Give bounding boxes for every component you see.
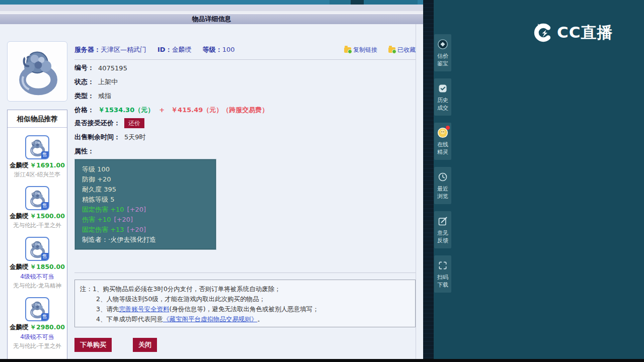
similar-item-tag: 4级锐不可当 [8, 333, 67, 341]
divider-strip [423, 0, 434, 359]
similar-item-server: 浙江4区-绍兴兰亭 [8, 171, 67, 178]
for-sale-badge: 售 [41, 202, 48, 209]
similar-item-1[interactable]: 售 金麟绶￥1691.00 浙江4区-绍兴兰亭 [8, 135, 67, 178]
server-label: 服务器： [74, 46, 101, 53]
top-bar-notch [351, 0, 364, 5]
similar-item-server: 无与伦比-千里之外 [8, 342, 67, 350]
feedback-pencil-icon [437, 216, 448, 227]
similar-item-icon: 售 [25, 186, 49, 210]
similar-item-icon: 售 [25, 135, 49, 159]
server-value: 天津区—精武门 [101, 46, 146, 53]
notification-dot [446, 126, 450, 130]
attr-durability: 耐久度 395 [82, 185, 209, 195]
row-item-status: 状态：上架中 [74, 76, 118, 87]
for-sale-badge: 售 [41, 313, 48, 320]
attr-refine: 精炼等级 5 [82, 195, 209, 205]
bottom-black-bar [0, 359, 644, 362]
close-button[interactable]: 关闭 [133, 338, 157, 352]
side-button-history[interactable]: 历史 成交 [434, 78, 451, 116]
attr-level: 等级 100 [82, 164, 209, 174]
item-image [7, 41, 67, 102]
id-label: ID： [157, 46, 172, 53]
similar-item-2[interactable]: 售 金麟绶￥1500.00 无与伦比-千里之外 [8, 186, 67, 229]
side-nav: 估价 鉴宝 历史 成交 在线 精灵 最近 浏览 [434, 34, 451, 300]
online-sprite-avatar [437, 127, 448, 138]
side-button-recent[interactable]: 最近 浏览 [434, 167, 451, 204]
id-value: 金麟绶 [172, 46, 192, 53]
similar-item-tag: 4级锐不可当 [8, 273, 67, 281]
server-row: 服务器：天津区—精武门 ID：金麟绶 等级：100 复制链接 已收藏 [74, 45, 416, 54]
note-line-3: 3、请先完善账号安全资料(身份信息等)，避免无法取出角色或被别人恶意填写； [80, 304, 410, 314]
top-bar-segment [330, 0, 418, 5]
attr-maker: 制造者：·火伊去强化打造 [82, 235, 209, 245]
item-detail-window: 物品详细信息 服务器：天津区—精武门 ID：金麟绶 等级：100 复制链接 已收… [0, 0, 423, 359]
browser-top-bar [0, 0, 423, 5]
note-line-4: 4、下单成功即代表同意《藏宝阁平台虚拟物品交易规则》。 [80, 314, 410, 324]
attr-bonus-3: 固定伤害 +13[+20] [82, 225, 209, 235]
note-line-2: 2、人物等级达到50级，才能在游戏内取出此次购买的物品； [80, 294, 410, 304]
separator [74, 59, 416, 60]
row-item-price: 价格： ￥1534.30（元） + ￥415.49（元）（跨服交易费） [74, 105, 268, 116]
account-security-link[interactable]: 完善账号安全资料 [119, 305, 169, 313]
stream-overlay-panel: CC直播 估价 鉴宝 历史 成交 在线 精灵 [423, 0, 644, 359]
cc-mascot-icon [533, 23, 554, 43]
appraise-icon [437, 39, 448, 50]
window-body: 服务器：天津区—精武门 ID：金麟绶 等级：100 复制链接 已收藏 编号：40… [0, 24, 423, 359]
item-status: 上架中 [98, 77, 118, 86]
side-button-online-sprite[interactable]: 在线 精灵 [434, 123, 451, 160]
notes-box: 注：1、购买物品后必须在3时0分内支付，否则订单将被系统自动废除； 2、人物等级… [74, 280, 416, 327]
row-item-number: 编号：4075195 [74, 62, 127, 73]
level-label: 等级： [203, 46, 222, 53]
favorite-button[interactable]: 已收藏 [388, 46, 416, 54]
page-title: 物品详细信息 [192, 15, 231, 23]
item-attributes-box: 等级 100 防御 +20 耐久度 395 精炼等级 5 固定伤害 +10[+2… [74, 159, 216, 250]
history-deals-icon [437, 83, 448, 94]
remaining-time: 5天9时 [124, 133, 146, 142]
scan-qr-icon [437, 260, 448, 271]
row-item-type: 类型：戒指 [74, 90, 111, 102]
favorite-icon [388, 47, 395, 53]
item-type: 戒指 [98, 92, 111, 101]
action-buttons: 下单购买 关闭 [74, 338, 157, 352]
attr-defense: 防御 +20 [82, 174, 209, 185]
attr-bonus-2: 伤害 +10[+20] [82, 215, 209, 225]
side-button-appraise[interactable]: 估价 鉴宝 [434, 34, 451, 71]
similar-item-server: 无与伦比-千里之外 [8, 222, 67, 229]
cc-live-logo: CC直播 [533, 22, 613, 43]
similar-item-3[interactable]: 售 金麟绶￥1850.00 4级锐不可当 无与伦比-龙马精神 [8, 237, 67, 290]
side-button-feedback[interactable]: 意见 反馈 [434, 211, 451, 248]
ring-image [11, 45, 63, 98]
similar-items-title: 相似物品推荐 [8, 110, 67, 128]
side-button-scan-download[interactable]: 扫码 下载 [434, 255, 451, 293]
similar-item-4[interactable]: 售 金麟绶￥2980.00 4级锐不可当 无与伦比-千里之外 [8, 297, 67, 350]
attr-bonus-1: 固定伤害 +10[+20] [82, 205, 209, 215]
price-main: ￥1534.30（元） [98, 106, 154, 115]
trade-rules-link[interactable]: 《藏宝阁平台虚拟物品交易规则》 [163, 315, 258, 323]
copy-link-icon [344, 47, 351, 53]
similar-item-server: 无与伦比-龙马精神 [8, 282, 67, 290]
separator [74, 273, 416, 273]
level-value: 100 [222, 46, 235, 53]
for-sale-badge: 售 [41, 151, 48, 158]
content-right-edge [416, 24, 416, 359]
recent-views-clock-icon [437, 171, 448, 183]
for-sale-badge: 售 [41, 253, 48, 260]
window-chrome-strip [0, 5, 423, 11]
row-bargain: 是否接受还价： 还价 [74, 118, 144, 129]
copy-link-button[interactable]: 复制链接 [344, 46, 377, 54]
row-attributes-label: 属性： [74, 146, 98, 157]
similar-item-icon: 售 [25, 297, 49, 321]
row-remaining-time: 出售剩余时间：5天9时 [74, 132, 146, 143]
similar-item-icon: 售 [25, 237, 49, 261]
note-line-1: 注：1、购买物品后必须在3时0分内支付，否则订单将被系统自动废除； [80, 284, 410, 294]
price-fee: + ￥415.49（元）（跨服交易费） [159, 106, 268, 115]
bargain-button[interactable]: 还价 [124, 118, 144, 128]
window-titlebar: 物品详细信息 [0, 14, 423, 24]
similar-items-panel: 相似物品推荐 售 金麟绶￥1691.00 浙江4区-绍兴兰亭 售 金麟绶￥150… [7, 110, 67, 359]
buy-button[interactable]: 下单购买 [74, 338, 112, 352]
item-number: 4075195 [98, 64, 127, 72]
cc-logo-text: CC直播 [557, 22, 613, 43]
